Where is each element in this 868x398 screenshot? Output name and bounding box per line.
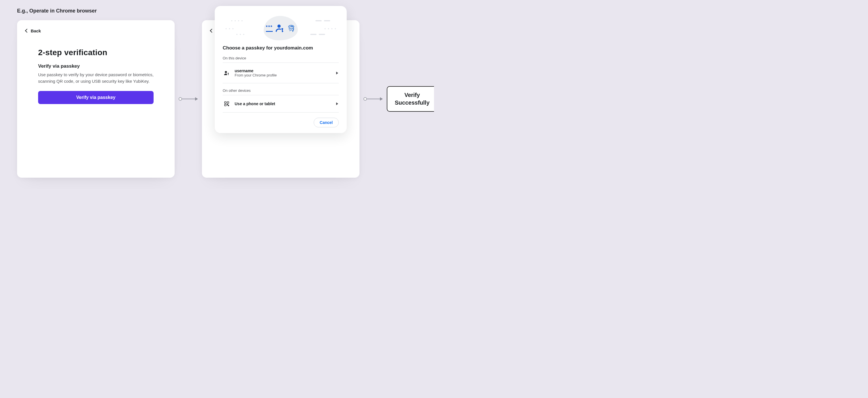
passkey-entry-this-device[interactable]: username From your Chrome profile [223, 65, 339, 81]
svg-point-2 [225, 71, 227, 73]
back-button[interactable]: Back [26, 28, 41, 33]
divider [223, 95, 339, 95]
arrow-head-icon [195, 97, 198, 101]
dialog-hero-illustration: *** [223, 14, 339, 42]
arrow-start-dot-icon [179, 97, 182, 101]
verify-subtitle: Verify via passkey [38, 63, 154, 69]
dialog-title-prefix: Choose a passkey for [223, 45, 274, 51]
dialog-title-domain: yourdomain.com [274, 45, 313, 51]
hero-dots-icon [231, 20, 243, 21]
flow-arrow-1 [177, 97, 200, 101]
fingerprint-icon [287, 23, 296, 33]
profile-key-icon [223, 70, 230, 76]
arrow-start-dot-icon [364, 97, 367, 101]
svg-rect-4 [228, 74, 229, 75]
section-on-this-device: On this device [223, 56, 339, 60]
password-asterisks-icon: *** [266, 25, 273, 32]
svg-rect-8 [227, 104, 228, 105]
chevron-right-icon [336, 102, 338, 105]
passkey-source: From your Chrome profile [235, 73, 277, 77]
verify-via-passkey-button[interactable]: Verify via passkey [38, 91, 154, 104]
section-on-other-devices: On other devices [223, 89, 339, 93]
back-label: Back [31, 28, 41, 33]
chevron-left-icon [25, 29, 29, 33]
passkey-phone-label: Use a phone or tablet [235, 101, 275, 106]
arrow-head-icon [380, 97, 383, 101]
arrow-line-icon [367, 99, 380, 99]
hero-dots-icon [324, 28, 336, 29]
hero-dots-icon [236, 34, 244, 35]
passkey-username: username [235, 68, 277, 73]
step-1-card: Back 2-step verification Verify via pass… [17, 20, 175, 178]
svg-rect-7 [225, 104, 226, 106]
arrow-line-icon [182, 99, 195, 99]
svg-rect-5 [225, 102, 226, 103]
browser-passkey-dialog: *** [215, 6, 347, 133]
dialog-title: Choose a passkey for yourdomain.com [223, 45, 339, 51]
svg-rect-6 [227, 102, 229, 103]
hero-dots-icon [225, 28, 234, 29]
passkey-flow-diagram: Back 2-step verification Verify via pass… [17, 20, 417, 178]
qr-code-icon [223, 101, 230, 107]
svg-point-0 [278, 25, 281, 28]
step-2-wrapper: B *** [202, 20, 360, 178]
svg-rect-9 [228, 105, 229, 106]
divider [223, 112, 339, 112]
passkey-entry-phone-tablet[interactable]: Use a phone or tablet [223, 98, 339, 110]
cancel-button[interactable]: Cancel [314, 118, 339, 127]
person-key-icon [275, 23, 285, 33]
verify-success-badge: Verify Successfully [387, 86, 434, 112]
chevron-left-icon [210, 29, 214, 33]
hero-dots-icon [315, 20, 330, 21]
flow-arrow-2 [362, 97, 384, 101]
result-line-1: Verify [395, 91, 429, 99]
chevron-right-icon [336, 72, 338, 74]
hero-dots-icon [310, 34, 325, 35]
step-title: 2-step verification [38, 48, 154, 57]
divider [223, 63, 339, 63]
svg-point-3 [228, 73, 229, 74]
result-line-2: Successfully [395, 99, 429, 107]
verify-description: Use passkey to verify by your device pas… [38, 71, 154, 85]
